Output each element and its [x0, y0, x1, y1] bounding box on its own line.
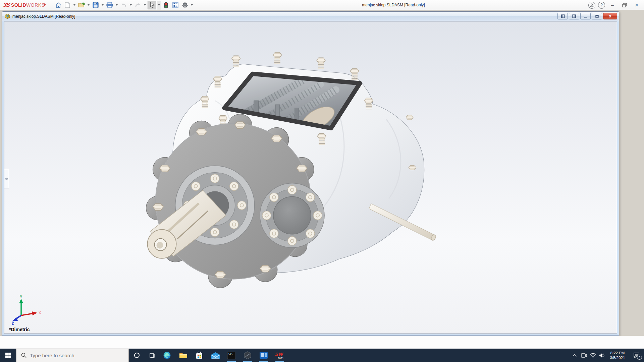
brand-bold: SOLID — [11, 2, 26, 8]
select-cursor-icon — [150, 2, 155, 8]
taskbar-app-command-prompt[interactable]: C:\_ — [223, 349, 239, 362]
system-tray: 8:22 PM 3/5/2021 3 — [570, 349, 644, 362]
redo-dropdown-caret[interactable] — [143, 1, 147, 9]
redo-button[interactable] — [133, 1, 142, 9]
taskbar-app-mail[interactable] — [207, 349, 223, 362]
help-button[interactable]: ? — [598, 2, 605, 9]
save-dropdown-caret[interactable] — [101, 1, 105, 9]
options-button[interactable] — [180, 1, 189, 9]
graphics-viewport[interactable]: Y X Z *Dimetric — [4, 21, 617, 334]
new-document-button[interactable] — [63, 1, 72, 9]
volume-button[interactable] — [597, 349, 606, 362]
print-dropdown-caret[interactable] — [115, 1, 119, 9]
taskbar-search[interactable] — [16, 349, 129, 362]
file-properties-button[interactable] — [171, 1, 180, 9]
assembly-document-icon — [5, 14, 10, 19]
minimize-glyph: – — [611, 2, 614, 8]
tray-overflow-chevron[interactable] — [570, 349, 579, 362]
start-button[interactable] — [0, 349, 16, 362]
cortana-icon — [134, 352, 140, 358]
restore-button[interactable] — [620, 1, 629, 9]
axis-x-label: X — [39, 311, 41, 315]
cmd-label: C:\_ — [228, 353, 234, 355]
document-titlebar[interactable]: menjac sklop.SLDASM [Read-only] — [2, 12, 619, 21]
doc-restore-icon — [595, 14, 599, 18]
pane-left-icon — [561, 14, 565, 18]
pane-left-toggle-button[interactable] — [557, 13, 568, 19]
document-restore-button[interactable] — [592, 13, 602, 19]
cortana-button[interactable] — [129, 349, 145, 362]
action-center-button[interactable]: 3 — [629, 349, 644, 362]
windows-logo-icon — [5, 353, 11, 358]
command-prompt-icon: C:\_ — [227, 352, 235, 359]
axis-z-label: Z — [12, 322, 14, 325]
traffic-light-icon — [164, 2, 168, 8]
document-minimize-button[interactable] — [580, 13, 591, 19]
doc-minimize-icon — [584, 14, 588, 18]
taskbar-app-hex-tool[interactable] — [239, 349, 256, 362]
rebuild-button[interactable] — [162, 1, 170, 9]
clock-time: 8:22 PM — [606, 351, 629, 355]
app-titlebar: 3S SOLID WORKS — [0, 0, 644, 10]
print-icon — [106, 2, 113, 8]
layshaft-bearing-cover[interactable] — [260, 183, 324, 248]
taskbar-app-file-explorer[interactable] — [175, 349, 191, 362]
options-dropdown-caret[interactable] — [190, 1, 194, 9]
taskbar-app-store[interactable] — [191, 349, 207, 362]
document-close-button[interactable]: x — [603, 13, 617, 19]
search-input[interactable] — [30, 353, 117, 358]
restore-icon — [622, 3, 627, 7]
search-icon — [21, 353, 26, 358]
minimize-button[interactable]: – — [608, 1, 617, 9]
pane-right-icon — [572, 14, 576, 18]
taskbar-clock[interactable]: 8:22 PM 3/5/2021 — [606, 351, 629, 360]
new-document-dropdown-caret[interactable] — [72, 1, 76, 9]
doc-close-glyph: x — [609, 14, 611, 18]
user-icon — [590, 3, 594, 7]
axis-y-label: Y — [20, 295, 22, 299]
task-view-button[interactable] — [145, 349, 159, 362]
redo-icon — [135, 2, 141, 8]
open-button[interactable] — [77, 1, 86, 9]
menu-expand-arrow-icon[interactable] — [44, 3, 46, 7]
meet-now-button[interactable] — [579, 349, 588, 362]
file-explorer-icon — [179, 352, 187, 359]
save-button[interactable] — [91, 1, 100, 9]
view-orientation-label: *Dimetric — [9, 327, 30, 332]
account-button[interactable] — [588, 2, 595, 9]
network-button[interactable] — [588, 349, 597, 362]
gearbox-3d-model[interactable] — [4, 21, 617, 334]
window-title: menjac sklop.SLDASM [Read-only] — [362, 3, 425, 7]
brand-glyph: 3S — [3, 2, 10, 8]
open-folder-icon — [78, 2, 85, 8]
brand-light: WORKS — [26, 2, 45, 8]
window-controls: ? – ✕ — [588, 0, 641, 10]
mail-icon — [211, 352, 220, 359]
undo-icon — [120, 2, 127, 8]
select-tool-button[interactable] — [148, 1, 156, 9]
home-button[interactable] — [54, 1, 62, 9]
solidworks-logo: 3S SOLID WORKS — [3, 1, 45, 9]
taskbar-app-solidworks[interactable]: SW 2021 — [272, 349, 288, 362]
pane-right-toggle-button[interactable] — [569, 13, 579, 19]
solidworks-2021-icon: SW 2021 — [275, 351, 285, 360]
print-button[interactable] — [105, 1, 114, 9]
microsoft-store-icon — [196, 352, 203, 359]
home-icon — [55, 2, 61, 8]
hexagon-app-icon — [244, 351, 252, 359]
taskbar-app-edge[interactable] — [159, 349, 175, 362]
wifi-icon — [590, 353, 596, 358]
close-button[interactable]: ✕ — [632, 1, 641, 9]
meet-now-icon — [581, 353, 587, 358]
mdi-client-area: menjac sklop.SLDASM [Read-only] — [0, 10, 644, 336]
select-dropdown-caret[interactable] — [157, 1, 161, 9]
document-window-buttons: x — [557, 13, 617, 19]
quick-access-toolbar — [54, 0, 194, 10]
taskbar-app-window-tool[interactable] — [256, 349, 272, 362]
feature-manager-collapsed-tab[interactable] — [4, 169, 9, 188]
open-dropdown-caret[interactable] — [87, 1, 91, 9]
undo-button[interactable] — [119, 1, 128, 9]
speaker-icon — [599, 353, 605, 358]
reference-triad: Y X Z — [11, 295, 45, 325]
undo-dropdown-caret[interactable] — [129, 1, 133, 9]
